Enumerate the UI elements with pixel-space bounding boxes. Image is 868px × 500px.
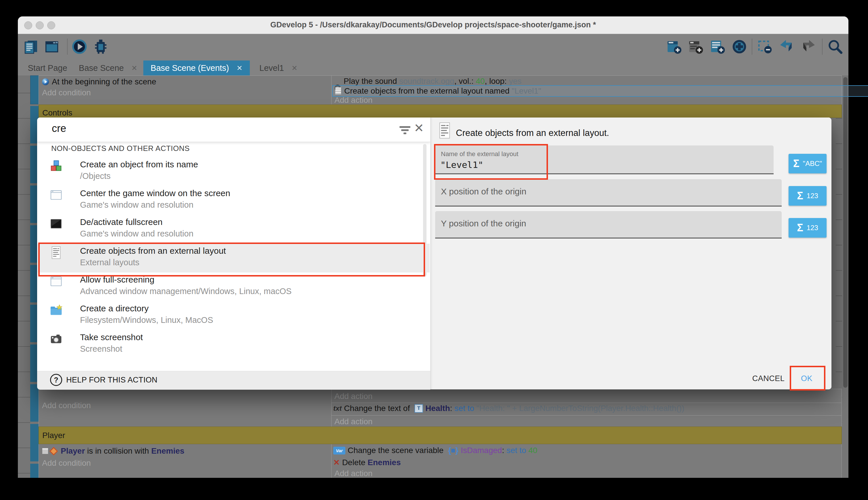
add-action-link[interactable]: Add action (335, 95, 372, 105)
sigma-icon: Σ (797, 190, 803, 202)
action-play-sound[interactable]: Play the sound soundtrack.ogg, vol.: 40,… (344, 77, 521, 86)
window-title: GDevelop 5 - /Users/dkarakay/Documents/G… (18, 21, 848, 30)
objects-cubes-icon (49, 160, 63, 173)
event-spine-segment[interactable] (30, 76, 39, 104)
toolbar-separator (752, 38, 752, 55)
sheet-scrollbar[interactable] (843, 77, 847, 388)
panel-title: Create objects from an external layout. (456, 128, 609, 138)
debug-icon[interactable] (93, 38, 109, 55)
scene-editor-icon[interactable] (44, 38, 60, 55)
delete-icon: ✕ (333, 458, 340, 467)
text-object-icon: T (414, 404, 423, 413)
name-field[interactable] (435, 146, 774, 174)
cancel-button[interactable]: CANCEL (748, 372, 788, 385)
close-dialog-icon[interactable]: ✕ (414, 121, 424, 135)
object-icon (42, 448, 48, 454)
row-ticks-left (18, 76, 30, 478)
window-icon (49, 275, 63, 288)
redo-icon[interactable] (801, 38, 817, 55)
window-icon (49, 189, 63, 202)
fullscreen-icon (49, 217, 63, 230)
camera-icon (49, 332, 63, 345)
filter-icon[interactable] (399, 126, 411, 135)
collision-icon (49, 447, 58, 455)
variable-icon: {} (448, 446, 458, 455)
add-condition-link[interactable]: Add condition (42, 401, 91, 410)
add-comment-icon[interactable] (688, 38, 704, 55)
add-condition-link[interactable]: Add condition (42, 458, 91, 468)
external-layout-icon (335, 87, 342, 95)
list-item-fullscreen[interactable]: De/activate fullscreenGame's window and … (38, 215, 430, 244)
action-delete[interactable]: ✕Delete Enemies (333, 458, 401, 467)
list-item-external-layout[interactable]: Create objects from an external layoutEx… (38, 244, 430, 272)
close-tab-icon[interactable]: ✕ (237, 64, 243, 72)
toolbar-separator (67, 38, 68, 55)
add-condition-link[interactable]: Add condition (42, 88, 91, 97)
folder-icon (49, 304, 63, 317)
group-header-player[interactable]: Player (38, 427, 842, 444)
condition-collision[interactable]: Player is in collision with Enemies (42, 446, 185, 456)
name-field-label: Name of the external layout (441, 150, 518, 158)
sigma-icon: Σ (793, 158, 799, 170)
add-subevent-icon[interactable] (710, 38, 726, 55)
list-item-allow-fullscreen[interactable]: Allow full-screeningAdvanced window mana… (38, 272, 430, 301)
expression-builder-button[interactable]: Σ"ABC" (788, 154, 826, 173)
close-tab-icon[interactable]: ✕ (292, 64, 297, 72)
external-layout-icon (438, 122, 451, 139)
search-icon[interactable] (827, 38, 843, 55)
help-icon[interactable]: ? (50, 374, 62, 386)
add-event-icon[interactable] (666, 38, 682, 55)
scene-begin-icon (42, 78, 49, 85)
list-item-take-screenshot[interactable]: Take screenshotScreenshot (38, 330, 430, 359)
close-tab-icon[interactable]: ✕ (131, 64, 137, 72)
list-item-center-window[interactable]: Center the game window on the screenGame… (38, 186, 430, 215)
list-item-create-object[interactable]: Create an object from its name/Objects (38, 157, 430, 186)
expression-builder-button[interactable]: Σ123 (788, 186, 826, 206)
action-change-variable[interactable]: VarChange the scene variable {}IsDamaged… (333, 446, 537, 455)
section-header: NON-OBJECTS AND OTHER ACTIONS (51, 144, 190, 153)
list-item-create-directory[interactable]: Create a directoryFilesystem/Windows, Li… (38, 301, 430, 330)
action-create-objects[interactable]: Create objects from the external layout … (344, 87, 541, 95)
undo-icon[interactable] (778, 38, 794, 55)
help-link[interactable]: HELP FOR THIS ACTION (66, 376, 157, 385)
action-change-text[interactable]: txtChange the text of THealth: set to "H… (333, 404, 684, 413)
expression-builder-button[interactable]: Σ123 (788, 218, 826, 238)
variable-action-icon: Var (333, 447, 345, 454)
external-layout-icon (49, 246, 63, 259)
row-divider (331, 415, 841, 416)
add-new-icon[interactable] (731, 38, 748, 55)
x-position-placeholder: X position of the origin (441, 186, 526, 196)
search-input[interactable] (51, 122, 369, 135)
condition-text[interactable]: At the beginning of the scene (52, 77, 156, 87)
tab-level1[interactable]: Level1✕ (253, 60, 304, 76)
toolbar-separator (822, 38, 822, 55)
sigma-icon: Σ (797, 222, 803, 234)
text-action-icon: txt (333, 405, 342, 412)
tab-base-scene-events[interactable]: Base Scene (Events)✕ (143, 60, 250, 76)
play-icon[interactable] (71, 38, 87, 55)
group-header-controls[interactable]: Controls (38, 104, 842, 118)
add-action-link[interactable]: Add action (335, 469, 372, 478)
tab-start-page[interactable]: Start Page (22, 60, 73, 76)
screen-bottom-mask (0, 478, 868, 500)
add-action-link[interactable]: Add action (335, 417, 372, 426)
name-field-value[interactable]: "Level1" (440, 160, 483, 170)
tab-base-scene[interactable]: Base Scene✕ (77, 60, 139, 76)
y-position-placeholder: Y position of the origin (441, 219, 526, 228)
delete-event-icon[interactable] (757, 38, 773, 55)
project-manager-icon[interactable] (23, 38, 39, 55)
add-action-link[interactable]: Add action (335, 392, 372, 401)
ok-button[interactable]: OK (796, 372, 818, 385)
